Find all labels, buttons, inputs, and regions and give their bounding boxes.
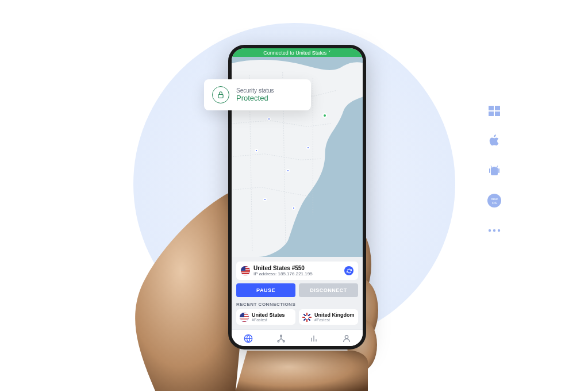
platform-icons: macOS — [487, 103, 502, 238]
lock-icon — [212, 86, 229, 103]
bars-icon — [309, 334, 318, 343]
tab-profile[interactable] — [341, 333, 352, 344]
server-dot[interactable] — [255, 149, 258, 152]
svg-point-18 — [498, 229, 500, 232]
recent-connection-card[interactable]: United States #Fastest — [236, 309, 295, 325]
refresh-button[interactable] — [344, 266, 353, 275]
apple-icon — [487, 133, 502, 148]
nodes-icon — [276, 334, 286, 343]
svg-rect-12 — [495, 112, 500, 116]
macos-icon: macOS — [487, 193, 502, 208]
recent-connections-heading: RECENT CONNECTIONS — [236, 302, 358, 307]
svg-text:OS: OS — [492, 201, 497, 205]
tab-meshnet[interactable] — [276, 333, 286, 344]
server-dot[interactable] — [292, 206, 295, 210]
svg-text:mac: mac — [491, 197, 498, 201]
user-icon — [342, 334, 351, 343]
disconnect-button[interactable]: DISCONNECT — [299, 283, 358, 297]
server-dot[interactable] — [286, 169, 290, 172]
recent-country: United Kingdom — [314, 312, 355, 318]
current-server-card[interactable]: United States #550 IP address: 185.176.2… — [236, 262, 358, 280]
svg-rect-10 — [495, 106, 500, 110]
svg-rect-11 — [489, 112, 494, 116]
us-flag-icon — [240, 313, 249, 322]
refresh-icon — [347, 268, 352, 274]
pause-button[interactable]: PAUSE — [236, 283, 295, 297]
server-dot[interactable] — [306, 146, 310, 149]
more-icon — [487, 223, 502, 238]
svg-point-6 — [283, 340, 285, 342]
svg-point-5 — [278, 340, 279, 342]
svg-rect-9 — [489, 106, 494, 110]
recent-country: United States — [252, 312, 285, 318]
uk-flag-icon — [302, 313, 312, 322]
security-status-card: Security status Protected — [204, 79, 311, 110]
svg-rect-8 — [218, 94, 223, 98]
svg-point-13 — [487, 194, 501, 207]
tab-home[interactable] — [243, 333, 253, 344]
server-dot[interactable] — [263, 198, 267, 201]
svg-point-16 — [489, 229, 491, 232]
bottom-panel: United States #550 IP address: 185.176.2… — [232, 257, 363, 329]
tab-bar — [232, 329, 363, 346]
svg-point-17 — [493, 229, 495, 232]
us-flag-icon — [241, 266, 250, 275]
security-status-label: Security status — [236, 87, 274, 94]
recent-sub: #Fastest — [252, 318, 285, 322]
connection-banner[interactable]: Connected to United States ˅ — [232, 48, 363, 57]
svg-point-4 — [280, 335, 282, 337]
recent-connection-card[interactable]: United Kingdom #Fastest — [299, 309, 358, 325]
recent-sub: #Fastest — [314, 318, 355, 322]
server-dot[interactable] — [267, 117, 271, 121]
server-ip: IP address: 185.176.221.195 — [253, 271, 341, 276]
server-name: United States #550 — [253, 265, 341, 271]
svg-point-7 — [345, 336, 348, 339]
connected-server-dot[interactable] — [322, 113, 327, 118]
android-icon — [487, 163, 502, 178]
security-status-value: Protected — [236, 94, 274, 102]
tab-stats[interactable] — [309, 333, 319, 344]
globe-icon — [244, 334, 253, 343]
windows-icon — [487, 103, 502, 118]
